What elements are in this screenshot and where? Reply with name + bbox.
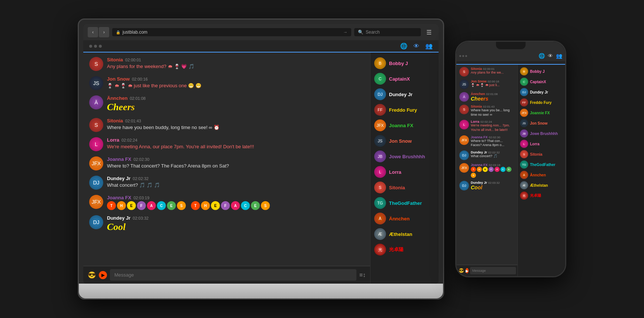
phone-screen: 🌐 👁 👥 S Sitonia 02:00:01 bbox=[456, 42, 565, 276]
list-item[interactable]: FF Freddo Fury bbox=[370, 102, 439, 118]
phone-app-header bbox=[456, 61, 565, 65]
list-item[interactable]: L Lorra bbox=[370, 164, 439, 180]
sidebar-item-label: CaptainX bbox=[530, 80, 546, 84]
badge-a2: A bbox=[231, 201, 240, 210]
message-text: We're meeting Ann... 7pm. You're all inv… bbox=[471, 124, 514, 132]
avatar: Æ bbox=[374, 228, 386, 240]
avatar: DJ bbox=[520, 88, 528, 96]
format-button[interactable]: ≡↕ bbox=[359, 272, 366, 278]
avatar: JFX bbox=[374, 119, 386, 131]
avatar: Æ bbox=[520, 181, 528, 189]
sidebar-item-label: Bobby J bbox=[389, 61, 408, 66]
list-item[interactable]: JFX Joannie FX bbox=[518, 108, 565, 118]
list-item[interactable]: 光 光卓陽 bbox=[518, 190, 565, 201]
phone-badge-f: F bbox=[489, 167, 494, 172]
phone-message-input[interactable] bbox=[470, 267, 516, 274]
phone-sunglasses-button[interactable]: 😎 bbox=[459, 268, 464, 273]
sidebar-item-label: Freddo Fury bbox=[389, 107, 417, 113]
badge-e: E bbox=[127, 201, 136, 210]
cheers-image: Cheers bbox=[471, 96, 514, 102]
avatar: 光 bbox=[374, 244, 386, 256]
list-item[interactable]: S Sitonia bbox=[518, 149, 565, 159]
list-item[interactable]: JS Jon Snow bbox=[370, 133, 439, 149]
menu-button[interactable]: ☰ bbox=[424, 27, 434, 37]
message-time: 02:02:30 bbox=[489, 136, 500, 139]
message-content: Dundey Jr 02:02:32 What concert? 🎵 🎵 🎵 bbox=[107, 176, 364, 189]
avatar: L bbox=[459, 120, 469, 129]
message-content: Sitonia 02:00:01 Any plans for the we... bbox=[471, 67, 514, 75]
avatar: S bbox=[459, 67, 469, 77]
table-row: DJ Dundey Jr 02:02:32 What concert? 🎵 🎵 … bbox=[89, 176, 364, 190]
lock-icon: 🔒 bbox=[116, 30, 120, 34]
message-time: 02:02:32 bbox=[488, 151, 500, 154]
list-item[interactable]: Æ Æthelstan bbox=[370, 226, 439, 242]
sidebar-item-label: Jowe Brushhhh bbox=[389, 154, 425, 159]
users-icon[interactable]: 👥 bbox=[425, 43, 433, 50]
globe-icon[interactable]: 🌐 bbox=[400, 43, 407, 50]
message-content: Joanna FX 02:03:19 T H E F A C E bbox=[471, 163, 514, 178]
message-author: Dundey Jr bbox=[107, 215, 131, 221]
list-item[interactable]: Ä Ännchen bbox=[370, 211, 439, 226]
phone-badge-h: H bbox=[477, 167, 482, 172]
message-content: Joanna FX 02:03:19 T H E F A C E bbox=[107, 195, 364, 210]
message-time: 02:01:43 bbox=[483, 105, 494, 108]
sidebar-item-label: Æthelstan bbox=[530, 183, 548, 187]
list-item[interactable]: B Bobby J bbox=[370, 55, 439, 71]
message-content: Lorra 02:02:24 We're meeting Ann... 7pm.… bbox=[471, 120, 514, 132]
faces-badges: T H E F A C E S T H E bbox=[107, 201, 364, 210]
list-item[interactable]: JB Jowe Brushhhh bbox=[518, 128, 565, 139]
avatar: JB bbox=[520, 129, 528, 138]
phone-badge-e: E bbox=[483, 167, 488, 172]
users-sidebar: B Bobby J C CaptainX DJ Dundey Jr FF Fre… bbox=[370, 53, 439, 284]
list-item[interactable]: S Sitonia bbox=[370, 180, 439, 195]
phone-eye-icon[interactable]: 👁 bbox=[548, 53, 553, 59]
phone-badge-c: C bbox=[500, 167, 506, 172]
avatar: L bbox=[520, 140, 528, 148]
list-item[interactable]: JS Jon Snow bbox=[518, 118, 565, 128]
list-item[interactable]: L Lorra bbox=[518, 139, 565, 149]
sidebar-item-label: 光卓陽 bbox=[530, 193, 541, 198]
forward-button[interactable]: › bbox=[99, 27, 109, 37]
message-time: 02:02:30 bbox=[134, 157, 150, 162]
go-button[interactable]: → bbox=[343, 30, 348, 35]
phone-users-icon[interactable]: 👥 bbox=[556, 53, 562, 59]
phone-globe-icon[interactable]: 🌐 bbox=[539, 53, 545, 59]
message-header: Ännchen 02:01:08 bbox=[471, 92, 514, 96]
play-button[interactable]: ▶ bbox=[99, 271, 107, 279]
list-item[interactable]: JFX Joanna FX bbox=[370, 118, 439, 133]
list-item[interactable]: TG TheGodFather bbox=[518, 159, 565, 170]
sidebar-item-label: CaptainX bbox=[389, 76, 410, 82]
list-item[interactable]: Æ Æthelstan bbox=[518, 180, 565, 190]
list-item[interactable]: Ä Ännchen bbox=[518, 170, 565, 180]
eye-icon[interactable]: 👁 bbox=[413, 43, 419, 50]
back-button[interactable]: ‹ bbox=[88, 27, 98, 37]
app-body: S Sitonia 02:00:01 Any plans for the wee… bbox=[83, 53, 439, 284]
message-author: Jon Snow bbox=[471, 80, 487, 83]
list-item[interactable]: C CaptainX bbox=[370, 71, 439, 87]
avatar: S bbox=[374, 182, 386, 193]
message-text: Where have you be... long time no see! ∞ bbox=[471, 108, 514, 117]
list-item[interactable]: DJ Dundey Jr bbox=[518, 87, 565, 97]
list-item[interactable]: B Bobby J bbox=[518, 66, 565, 77]
table-row: JS Jon Snow 02:00:16 🍷 🌧 🍷 🌧 just like t… bbox=[89, 76, 364, 90]
list-item[interactable]: TG TheGodFather bbox=[370, 195, 439, 211]
avatar: JS bbox=[374, 135, 386, 147]
sunglasses-emoji-button[interactable]: 😎 bbox=[88, 271, 96, 279]
list-item[interactable]: C CaptainX bbox=[518, 77, 565, 87]
list-item[interactable]: FF Freddo Fury bbox=[518, 97, 565, 108]
address-bar[interactable]: 🔒 justblab.com → bbox=[112, 28, 351, 36]
message-input[interactable] bbox=[110, 269, 356, 281]
message-header: Lorra 02:02:24 bbox=[107, 137, 364, 143]
table-row: JFX Joanna FX 02:03:19 T H E F bbox=[89, 195, 364, 210]
phone-play-button[interactable]: ▶ bbox=[466, 268, 469, 273]
message-text: Where to? That con... Faces? Arena 8pm o… bbox=[471, 139, 514, 148]
search-bar[interactable]: 🔍 Search bbox=[354, 28, 421, 36]
table-row: S Sitonia 02:00:01 Any plans for the wee… bbox=[89, 57, 364, 71]
list-item[interactable]: DJ Dundey Jr bbox=[370, 87, 439, 102]
list-item[interactable]: 光 光卓陽 bbox=[370, 242, 439, 257]
badge-f2: F bbox=[221, 201, 230, 210]
cool-image: Cool bbox=[471, 185, 514, 190]
message-author: Ännchen bbox=[107, 95, 128, 101]
list-item[interactable]: JB Jowe Brushhhh bbox=[370, 149, 439, 164]
message-author: Sitonia bbox=[107, 118, 123, 124]
